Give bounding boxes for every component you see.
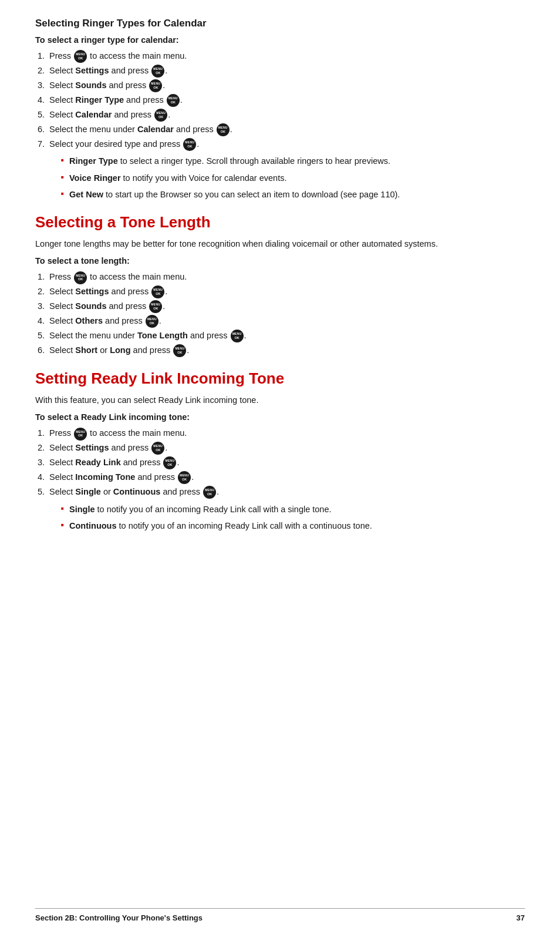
menu-ok-icon-7 — [183, 138, 196, 151]
bullet-continuous: Continuous to notify you of an incoming … — [61, 519, 525, 532]
footer-page-number: 37 — [517, 913, 525, 922]
ringer-types-subheading: To select a ringer type for calendar: — [35, 35, 525, 45]
menu-ok-icon-2 — [151, 65, 164, 78]
tone-length-steps: Press to access the main menu. Select Se… — [47, 270, 525, 358]
menu-ok-icon-r2 — [151, 442, 164, 455]
ready-link-subheading: To select a Ready Link incoming tone: — [35, 412, 525, 422]
menu-ok-icon-r5 — [203, 486, 216, 499]
rl-step-3: Select Ready Link and press . — [47, 456, 525, 470]
rl-step-4: Select Incoming Tone and press . — [47, 471, 525, 485]
menu-ok-icon-t3 — [149, 300, 162, 313]
tone-step-1: Press to access the main menu. — [47, 270, 525, 284]
menu-ok-icon-t1 — [74, 271, 87, 284]
menu-ok-icon-r1 — [74, 428, 87, 441]
page-footer: Section 2B: Controlling Your Phone's Set… — [35, 908, 525, 922]
menu-ok-icon-4 — [167, 94, 180, 107]
bullet-single: Single to notify you of an incoming Read… — [61, 503, 525, 516]
tone-length-heading: Selecting a Tone Length — [35, 213, 525, 231]
tone-length-section: Selecting a Tone Length Longer tone leng… — [35, 213, 525, 358]
tone-step-5: Select the menu under Tone Length and pr… — [47, 329, 525, 343]
step-1: Press to access the main menu. — [47, 49, 525, 63]
ready-link-bullets: Single to notify you of an incoming Read… — [61, 503, 525, 533]
menu-ok-icon-t2 — [151, 285, 164, 298]
ringer-types-bullets: Ringer Type to select a ringer type. Scr… — [61, 154, 525, 201]
tone-length-subheading: To select a tone length: — [35, 256, 525, 266]
tone-step-2: Select Settings and press . — [47, 285, 525, 299]
step-7: Select your desired type and press . — [47, 137, 525, 152]
bullet-get-new: Get New to start up the Browser so you c… — [61, 188, 525, 201]
ready-link-description: With this feature, you can select Ready … — [35, 394, 525, 406]
menu-ok-icon-6 — [217, 123, 230, 136]
step-5: Select Calendar and press . — [47, 108, 525, 122]
tone-step-6: Select Short or Long and press . — [47, 344, 525, 358]
step-3: Select Sounds and press . — [47, 79, 525, 93]
ready-link-steps: Press to access the main menu. Select Se… — [47, 426, 525, 499]
step-2: Select Settings and press . — [47, 64, 525, 78]
menu-ok-icon-t6 — [173, 344, 186, 357]
bullet-ringer-type: Ringer Type to select a ringer type. Scr… — [61, 154, 525, 167]
menu-ok-icon-1 — [74, 50, 87, 63]
menu-ok-icon-5 — [154, 109, 167, 122]
ringer-types-heading: Selecting Ringer Types for Calendar — [35, 18, 525, 29]
step-6: Select the menu under Calendar and press… — [47, 123, 525, 137]
ringer-types-steps: Press to access the main menu. Select Se… — [47, 49, 525, 151]
ringer-types-section: Selecting Ringer Types for Calendar To s… — [35, 18, 525, 201]
rl-step-2: Select Settings and press . — [47, 441, 525, 455]
tone-step-3: Select Sounds and press . — [47, 300, 525, 314]
step-4: Select Ringer Type and press . — [47, 93, 525, 107]
tone-step-4: Select Others and press . — [47, 314, 525, 328]
menu-ok-icon-r3 — [163, 456, 176, 469]
menu-ok-icon-r4 — [178, 471, 191, 484]
tone-length-description: Longer tone lengths may be better for to… — [35, 237, 525, 250]
rl-step-1: Press to access the main menu. — [47, 426, 525, 441]
menu-ok-icon-t5 — [231, 330, 244, 342]
bullet-voice-ringer: Voice Ringer to notify you with Voice fo… — [61, 172, 525, 184]
menu-ok-icon-t4 — [146, 315, 158, 328]
menu-ok-icon-3 — [149, 79, 162, 92]
ready-link-heading: Setting Ready Link Incoming Tone — [35, 369, 525, 388]
ready-link-section: Setting Ready Link Incoming Tone With th… — [35, 369, 525, 533]
rl-step-5: Select Single or Continuous and press . — [47, 485, 525, 499]
footer-left-text: Section 2B: Controlling Your Phone's Set… — [35, 913, 203, 922]
